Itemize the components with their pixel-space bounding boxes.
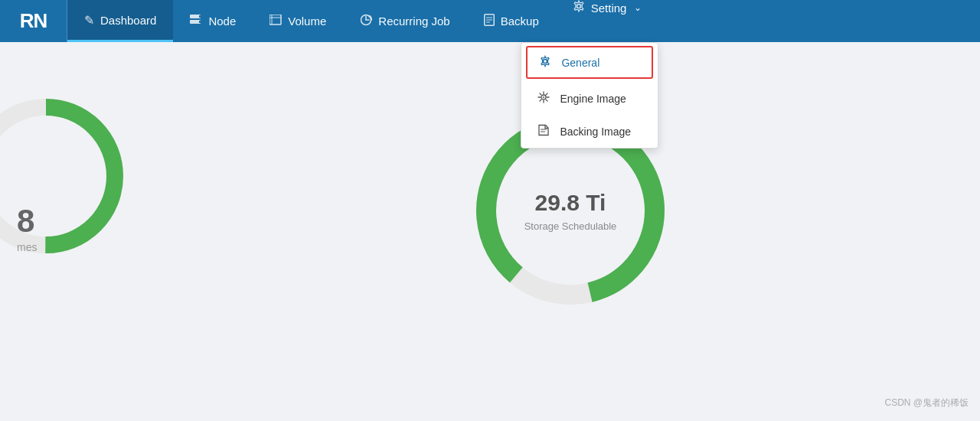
volume-icon — [270, 15, 282, 28]
nav-label-node: Node — [208, 15, 236, 28]
nav-items: ✎ Dashboard Node — [67, 0, 980, 42]
general-icon — [538, 55, 552, 70]
svg-line-22 — [540, 93, 541, 95]
backing-image-label: Backing Image — [560, 126, 631, 138]
svg-rect-0 — [190, 15, 201, 18]
svg-rect-1 — [190, 20, 201, 24]
svg-point-14 — [577, 5, 580, 8]
svg-line-25 — [540, 100, 541, 101]
chart-value: 29.8 Ti — [524, 190, 617, 216]
svg-point-17 — [543, 96, 544, 98]
svg-rect-4 — [270, 15, 281, 24]
left-number: 8 — [17, 203, 37, 240]
nav-item-volume[interactable]: Volume — [253, 0, 343, 42]
main-content: 8 mes 29.8 Ti Storage Schedulable — [0, 42, 980, 421]
backup-icon — [484, 14, 495, 29]
logo-text: RN — [20, 9, 47, 33]
dropdown-item-engine-image[interactable]: Engine Image — [521, 82, 658, 115]
dropdown-arrow-icon: ⌄ — [634, 2, 642, 13]
left-label: mes — [17, 241, 37, 253]
nav-item-node[interactable]: Node — [173, 0, 253, 42]
nav-label-volume: Volume — [288, 15, 326, 28]
engine-image-label: Engine Image — [560, 93, 626, 105]
nav-label-dashboard: Dashboard — [100, 14, 156, 27]
svg-line-23 — [546, 100, 547, 101]
dashboard-icon: ✎ — [84, 13, 94, 28]
nav-label-backup: Backup — [501, 15, 539, 28]
setting-icon — [573, 0, 585, 15]
setting-dropdown-menu: General — [521, 42, 658, 148]
setting-wrapper: Setting ⌄ General — [556, 0, 659, 42]
dropdown-item-general[interactable]: General — [526, 46, 653, 79]
svg-rect-2 — [199, 15, 201, 18]
chart-center-label: 29.8 Ti Storage Schedulable — [524, 190, 617, 232]
left-stat: 8 mes — [17, 203, 37, 253]
chart-storage-label: Storage Schedulable — [524, 220, 617, 232]
nav-item-setting[interactable]: Setting ⌄ — [556, 0, 659, 15]
svg-line-24 — [546, 93, 547, 95]
logo: RN — [0, 0, 67, 42]
nav-item-backup[interactable]: Backup — [467, 0, 556, 42]
nav-item-dashboard[interactable]: ✎ Dashboard — [67, 0, 173, 42]
nav-item-recurring-job[interactable]: Recurring Job — [343, 0, 466, 42]
general-label: General — [561, 57, 599, 69]
nav-label-setting: Setting — [591, 2, 627, 15]
svg-point-15 — [544, 60, 547, 64]
svg-rect-3 — [199, 21, 201, 23]
recurring-job-icon — [360, 14, 372, 29]
backing-image-icon — [537, 124, 550, 139]
navbar: RN ✎ Dashboard Node — [0, 0, 980, 42]
nav-label-recurring-job: Recurring Job — [378, 15, 449, 28]
dropdown-item-backing-image[interactable]: Backing Image — [521, 115, 658, 148]
node-icon — [190, 15, 202, 28]
engine-image-icon — [537, 91, 550, 106]
watermark: CSDN @鬼者的稀饭 — [884, 397, 969, 410]
